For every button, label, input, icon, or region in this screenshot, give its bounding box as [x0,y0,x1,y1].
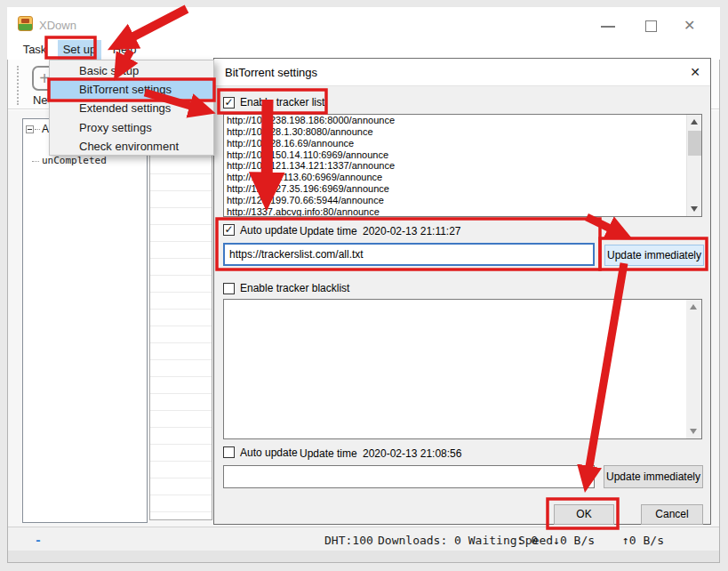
window-title: XDown [39,19,76,32]
scroll-down-icon[interactable] [687,202,702,216]
tracker-url[interactable]: http://125.227.35.196:6969/announce [224,183,701,195]
update-time-label-2: Update time [300,447,357,460]
status-speed-up: ↑0 B/s [622,534,664,547]
maximize-icon[interactable] [645,20,657,32]
update-time-label-1: Update time [300,225,357,237]
enable-tracker-blacklist-checkbox[interactable] [223,283,235,294]
update-immediately-button-2[interactable]: Update immediately [604,465,703,488]
close-icon[interactable]: ✕ [684,18,695,34]
dialog-close-icon[interactable]: ✕ [690,65,700,79]
scrollbar-thumb[interactable] [688,131,701,156]
status-dht: DHT:100 [324,534,373,547]
app-icon [18,16,33,31]
menu-item-bittorrent-settings[interactable]: BitTorrent settings [50,80,213,99]
menu-help[interactable]: Help [105,40,144,60]
window-bottom-strip [8,551,719,562]
dialog-title-bar: BitTorrent settings ✕ [214,59,710,86]
title-bar: XDown [7,7,720,40]
setup-dropdown-menu: Basic setup BitTorrent settings Extended… [49,60,214,156]
menu-item-basic-setup[interactable]: Basic setup [50,61,213,80]
minimize-icon[interactable] [601,26,615,28]
cancel-button[interactable]: Cancel [641,504,703,525]
dialog-title: BitTorrent settings [225,59,317,86]
blacklist-url-input[interactable] [223,465,595,488]
tracker-url[interactable]: http://104.28.16.69/announce [224,138,701,149]
tracker-url[interactable]: http://104.28.1.30:8080/announce [224,126,701,138]
tracker-url[interactable]: http://1337.abcvg.info:80/announce [224,206,701,217]
category-tree-panel: All unCompleted [22,118,148,523]
enable-tracker-blacklist-label: Enable tracker blacklist [240,282,349,294]
tree-connector [32,161,39,162]
auto-update-checkbox-2[interactable] [223,446,235,458]
tracker-blacklist-textarea[interactable] [223,299,702,439]
enable-tracker-list-checkbox[interactable] [223,97,235,109]
bittorrent-settings-dialog: BitTorrent settings ✕ Enable tracker lis… [213,58,711,525]
tracker-url[interactable]: http://104.238.198.186:8000/announce [224,115,701,126]
scroll-up-icon[interactable] [686,300,701,314]
ok-button[interactable]: OK [554,504,614,525]
task-list-panel [149,109,212,520]
menu-item-proxy-settings[interactable]: Proxy settings [50,118,213,137]
tracker-url[interactable]: http://107.150.14.110:6969/announce [224,149,701,161]
status-downloads: Downloads: 0 Waiting: 0 [378,534,538,547]
tracker-list[interactable]: http://104.238.198.186:8000/announce htt… [223,114,702,217]
update-immediately-button-1[interactable]: Update immediately [604,245,704,266]
tracker-url[interactable]: http://109.121.134.121:1337/announce [224,160,701,172]
menu-bar: Task Set up Help [7,40,720,60]
status-dash: - [35,534,42,547]
toolbar-grip [17,66,20,105]
tracker-list-scrollbar[interactable] [686,115,701,216]
enable-tracker-list-label: Enable tracker list [240,96,324,109]
menu-task[interactable]: Task [14,40,55,60]
scroll-down-icon[interactable] [686,424,701,438]
status-speed-down: Speed↓0 B/s [518,534,595,547]
status-bar: - DHT:100 Downloads: 0 Waiting: 0 Speed↓… [8,527,719,551]
tree-node-uncompleted-label: unCompleted [42,155,107,166]
auto-update-label-1: Auto update [240,224,298,237]
tracker-url[interactable]: http://128.199.70.66:5944/announce [224,195,701,206]
auto-update-label-2: Auto update [240,446,298,459]
auto-update-checkbox-1[interactable] [223,224,235,236]
menu-item-extended-settings[interactable]: Extended settings [50,99,213,117]
blacklist-scrollbar[interactable] [686,300,701,438]
menu-setup[interactable]: Set up [58,40,101,60]
update-time-value-1: 2020-02-13 21:11:27 [363,225,461,237]
tree-connector [35,129,40,130]
menu-item-check-environment[interactable]: Check environment [50,137,213,156]
scroll-up-icon[interactable] [687,115,702,129]
tree-collapse-icon[interactable] [26,125,34,133]
tracker-url[interactable]: http://114.55.113.60:6969/announce [224,172,701,183]
tracker-list-url-input[interactable] [223,243,595,266]
update-time-value-2: 2020-02-13 21:08:56 [363,447,461,460]
